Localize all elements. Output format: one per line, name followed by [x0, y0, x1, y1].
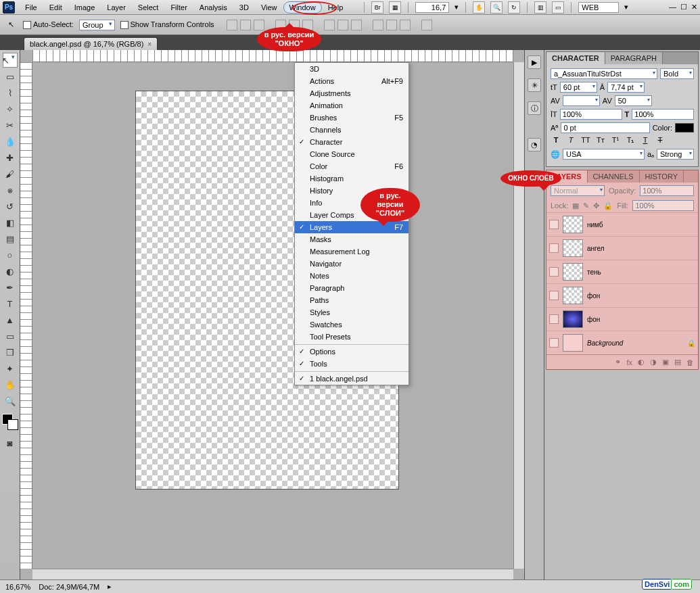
menu-view[interactable]: View	[255, 1, 283, 14]
menu-3d[interactable]: 3D	[233, 1, 255, 14]
menu-item-swatches[interactable]: Swatches	[295, 318, 409, 331]
lock-paint-icon[interactable]: ✎	[583, 201, 589, 210]
align-icon[interactable]	[254, 20, 264, 30]
history-brush-tool[interactable]: ↺	[3, 199, 18, 214]
menu-window[interactable]: Window	[283, 1, 322, 14]
layer-row[interactable]: фон	[546, 307, 698, 331]
autoselect-group-select[interactable]: Group	[79, 20, 115, 30]
menu-item-character[interactable]: ✓Character	[295, 136, 409, 148]
menu-item-measurement-log[interactable]: Measurement Log	[295, 245, 409, 258]
menu-item-1-black.angel.psd[interactable]: ✓1 black.angel.psd	[295, 371, 409, 385]
scrollbar-horizontal[interactable]	[32, 569, 513, 579]
brush-icon[interactable]: ◔	[528, 138, 541, 151]
language-select[interactable]: USA	[563, 149, 645, 160]
visibility-toggle[interactable]	[549, 291, 559, 300]
pen-tool[interactable]: ✒	[3, 280, 18, 295]
strike-icon[interactable]: Ŧ	[655, 136, 666, 145]
zoom-tool[interactable]: 🔍	[3, 394, 18, 408]
zoom-icon[interactable]: 🔍	[490, 1, 503, 14]
menu-help[interactable]: Help	[322, 1, 350, 14]
brush-tool[interactable]: 🖌	[3, 166, 18, 181]
menu-analysis[interactable]: Analysis	[193, 1, 233, 14]
menu-item-clone-source[interactable]: Clone Source	[295, 148, 409, 160]
menu-item-options[interactable]: ✓Options	[295, 344, 409, 358]
gradient-tool[interactable]: ▤	[3, 231, 18, 246]
workspace-select[interactable]: WEB	[578, 2, 619, 13]
layer-row[interactable]: фон	[546, 283, 698, 307]
blur-tool[interactable]: ○	[3, 247, 18, 262]
visibility-toggle[interactable]	[549, 243, 559, 253]
lock-move-icon[interactable]: ✥	[593, 201, 599, 210]
delete-icon[interactable]: 🗑	[686, 358, 694, 366]
dist-icon[interactable]	[373, 20, 383, 30]
eyedropper-tool[interactable]: 💧	[3, 134, 18, 149]
arrange-icon[interactable]: ▥	[534, 1, 546, 14]
menu-item-adjustments[interactable]: Adjustments	[295, 87, 409, 99]
menu-item-navigator[interactable]: Navigator	[295, 258, 409, 270]
menu-item-styles[interactable]: Styles	[295, 306, 409, 318]
menu-item-histogram[interactable]: Histogram	[295, 172, 409, 185]
zoom-status[interactable]: 16,67%	[5, 583, 30, 591]
group-icon[interactable]: ▣	[662, 358, 669, 366]
weight-select[interactable]: Bold	[660, 68, 694, 79]
leading[interactable]: 7,74 pt	[607, 82, 645, 93]
crop-tool[interactable]: ✂	[3, 118, 18, 133]
fill-input[interactable]: 100%	[632, 200, 694, 211]
menu-item-color[interactable]: ColorF6	[295, 160, 409, 172]
dist-icon[interactable]	[386, 20, 397, 30]
antialias-select[interactable]: Strong	[657, 149, 694, 160]
helm-icon[interactable]: ✳	[528, 78, 541, 92]
play-icon[interactable]: ▶	[528, 55, 541, 69]
link-icon[interactable]: ⚭	[615, 358, 621, 366]
underline-icon[interactable]: T	[640, 136, 651, 145]
menu-item-notes[interactable]: Notes	[295, 270, 409, 282]
menu-item-layers[interactable]: ✓LayersF7	[295, 221, 409, 233]
adjustment-icon[interactable]: ◑	[650, 358, 657, 366]
visibility-toggle[interactable]	[549, 314, 559, 324]
autoselect-checkbox[interactable]	[23, 21, 31, 29]
lock-transparent-icon[interactable]: ▦	[572, 201, 579, 210]
eraser-tool[interactable]: ◧	[3, 215, 18, 230]
align-icon[interactable]	[227, 20, 237, 30]
menu-item-animation[interactable]: Animation	[295, 99, 409, 112]
menu-layer[interactable]: Layer	[101, 1, 132, 14]
italic-icon[interactable]: T	[565, 136, 576, 145]
new-layer-icon[interactable]: ▤	[674, 358, 681, 366]
screen-icon[interactable]: ▭	[552, 1, 564, 14]
dodge-tool[interactable]: ◐	[3, 264, 18, 279]
tab-history[interactable]: HISTORY	[640, 170, 684, 183]
healing-tool[interactable]: ✚	[3, 150, 18, 165]
text-color[interactable]	[675, 123, 694, 133]
layer-row[interactable]: Background🔒	[546, 331, 698, 354]
layer-row[interactable]: тень	[546, 260, 698, 283]
3d-tool[interactable]: ❒	[3, 345, 18, 360]
visibility-toggle[interactable]	[549, 338, 559, 348]
marquee-tool[interactable]: ▭	[3, 69, 18, 84]
menu-edit[interactable]: Edit	[43, 1, 68, 14]
tracking[interactable]: 50	[615, 95, 652, 106]
lock-all-icon[interactable]: 🔒	[603, 201, 613, 210]
baseline[interactable]: 0 pt	[561, 122, 649, 133]
tab-character[interactable]: CHARACTER	[546, 52, 605, 64]
menu-item-masks[interactable]: Masks	[295, 233, 409, 245]
visibility-toggle[interactable]	[549, 267, 559, 277]
color-swatches[interactable]	[2, 414, 18, 430]
screenmode-icon[interactable]: ▦	[389, 1, 401, 14]
vscale[interactable]: 100%	[560, 109, 622, 120]
move-tool[interactable]: ↖	[3, 53, 18, 68]
layer-row[interactable]: нимб	[546, 212, 698, 236]
font-size[interactable]: 60 pt	[560, 82, 597, 93]
wand-tool[interactable]: ✧	[3, 101, 18, 116]
zoom-field[interactable]: 16,7	[415, 2, 449, 13]
bold-icon[interactable]: T	[551, 136, 561, 145]
visibility-toggle[interactable]	[549, 220, 559, 229]
hand-tool[interactable]: ✋	[3, 377, 18, 392]
info-icon[interactable]: ⓘ	[528, 101, 541, 115]
quickmask-tool[interactable]: ◙	[3, 435, 18, 450]
menu-item-paragraph[interactable]: Paragraph	[295, 282, 409, 294]
hand-icon[interactable]: ✋	[473, 1, 485, 14]
menu-item-tools[interactable]: ✓Tools	[295, 358, 409, 370]
font-select[interactable]: a_AssuanTitulStrDst	[551, 68, 657, 79]
path-select-tool[interactable]: ▲	[3, 312, 18, 327]
mask-icon[interactable]: ◐	[638, 358, 645, 366]
